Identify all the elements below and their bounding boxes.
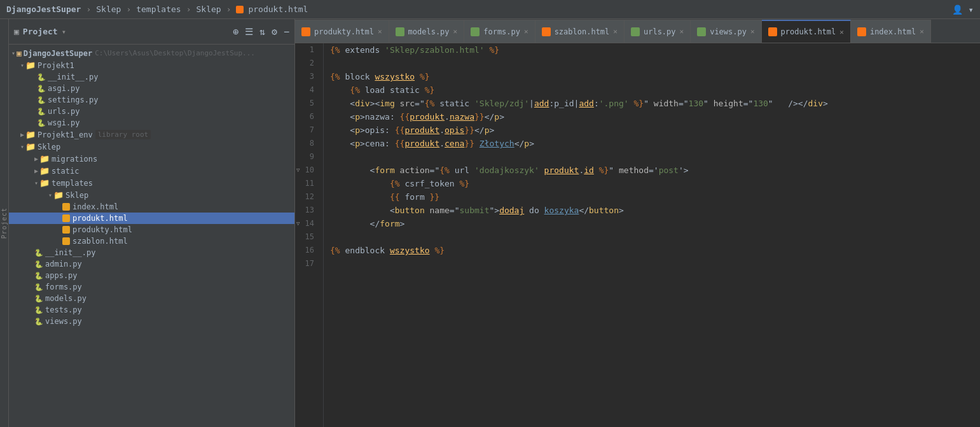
code-line-15 — [330, 230, 980, 244]
env-folder-icon: 📁 — [25, 130, 36, 139]
tree-static[interactable]: ▶ 📁 static — [9, 165, 294, 177]
tree-sklep-init[interactable]: 🐍 __init__.py — [9, 247, 294, 258]
fold-icon-14[interactable]: ▽ — [296, 217, 300, 230]
sklep-label: Sklep — [38, 143, 60, 151]
code-line-12: {{ form }} — [330, 190, 980, 204]
tab-urls-py[interactable]: urls.py ✕ — [625, 20, 691, 43]
tree-forms-py[interactable]: 🐍 forms.py — [9, 281, 294, 293]
py-icon-tests: 🐍 — [34, 306, 43, 314]
line-num-1: 1 — [295, 43, 318, 57]
file-icon — [236, 6, 244, 13]
tab-icon-szablon — [542, 27, 551, 36]
tab-close-models[interactable]: ✕ — [453, 27, 458, 36]
add-icon[interactable]: ⊕ — [233, 26, 238, 38]
close-icon[interactable]: − — [284, 26, 289, 38]
line-num-16: 16 — [295, 244, 318, 257]
tab-label-produkty: produkty.html — [314, 27, 374, 36]
code-content[interactable]: 1 2 3 4 5 6 7 8 9 ▽10 11 12 13 ▽14 15 16 — [295, 43, 980, 427]
asgi-label: asgi.py — [48, 84, 80, 93]
tree-admin-py[interactable]: 🐍 admin.py — [9, 258, 294, 270]
static-chevron: ▶ — [34, 167, 38, 174]
tree-produkty-html[interactable]: produkty.html — [9, 224, 294, 235]
line-num-4: 4 — [295, 83, 318, 97]
line-num-10: ▽10 — [295, 164, 318, 177]
tab-index-html[interactable]: index.html ✕ — [851, 20, 931, 43]
tree-settings-py[interactable]: 🐍 settings.py — [9, 94, 294, 106]
expand-icon[interactable]: ⇅ — [259, 26, 265, 38]
code-line-5: <div><img src="{% static 'Sklep/zdj'|add… — [330, 97, 980, 110]
tab-models-py[interactable]: models.py ✕ — [389, 20, 465, 43]
init-py-label: __init__.py — [48, 73, 98, 81]
collapse-icon[interactable]: ☰ — [245, 26, 253, 38]
tree-apps-py[interactable]: 🐍 apps.py — [9, 270, 294, 281]
tree-projekt1-env[interactable]: ▶ 📁 Projekt1_env library root — [9, 129, 294, 141]
forms-label: forms.py — [45, 283, 82, 291]
fold-icon-10[interactable]: ▽ — [296, 164, 300, 177]
settings-icon[interactable]: ⚙ — [272, 26, 277, 38]
tab-produkty-html[interactable]: produkty.html ✕ — [295, 20, 389, 43]
templates-label: templates — [52, 179, 93, 188]
tab-close-szablon[interactable]: ✕ — [613, 27, 618, 36]
tab-icon-produkt — [768, 27, 777, 36]
tree-views-py[interactable]: 🐍 views.py — [9, 316, 294, 327]
line-num-7: 7 — [295, 123, 318, 137]
root-path: C:\Users\Asus\Desktop\DjangoJestSup... — [95, 49, 255, 57]
tab-icon-index — [857, 27, 866, 36]
sidebar: ▣ Project ▾ ⊕ ☰ ⇅ ⚙ − ▾ ▣ DjangoJestSupe… — [9, 19, 295, 427]
tab-close-produkt[interactable]: ✕ — [839, 28, 844, 36]
py-icon: 🐍 — [37, 73, 46, 81]
sep2: › — [126, 4, 131, 14]
dropdown-icon[interactable]: ▾ — [62, 27, 66, 36]
tab-produkt-html[interactable]: produkt.html ✕ — [762, 20, 851, 43]
produkty-html-label: produkty.html — [72, 225, 132, 234]
tree-asgi-py[interactable]: 🐍 asgi.py — [9, 83, 294, 94]
tab-icon-models — [396, 27, 404, 36]
tree-sklep-inner[interactable]: ▾ 📁 Sklep — [9, 189, 294, 201]
projekt1-chevron: ▾ — [20, 62, 24, 69]
tree-init-py[interactable]: 🐍 __init__.py — [9, 71, 294, 83]
tab-close-forms[interactable]: ✕ — [524, 27, 528, 36]
sidebar-title: ▣ Project ▾ — [14, 27, 233, 36]
tab-label-index: index.html — [870, 27, 916, 36]
tests-label: tests.py — [45, 305, 82, 314]
code-line-3: {% block wszystko %} — [330, 70, 980, 83]
sklep-inner-label: Sklep — [66, 191, 88, 200]
user-icon[interactable]: 👤 ▾ — [952, 4, 974, 15]
tree-urls-py[interactable]: 🐍 urls.py — [9, 106, 294, 117]
produkt-html-label: produkt.html — [72, 214, 128, 223]
code-lines[interactable]: {% extends 'Sklep/szablon.html' %} {% bl… — [324, 43, 980, 427]
index-html-label: index.html — [72, 202, 118, 211]
code-line-7: <p>opis: {{produkt.opis}}</p> — [330, 123, 980, 137]
tab-views-py[interactable]: views.py ✕ — [691, 20, 761, 43]
tree-root[interactable]: ▾ ▣ DjangoJestSuper C:\Users\Asus\Deskto… — [9, 47, 294, 59]
tab-icon-produkty — [301, 27, 310, 36]
tab-label-szablon: szablon.html — [555, 27, 610, 36]
code-line-8: <p>cena: {{produkt.cena}} Złotych</p> — [330, 137, 980, 150]
tab-label-views: views.py — [710, 27, 747, 36]
tree-templates[interactable]: ▾ 📁 templates — [9, 177, 294, 189]
tree-tests-py[interactable]: 🐍 tests.py — [9, 304, 294, 316]
root-label: DjangoJestSuper — [24, 49, 92, 58]
tree-sklep[interactable]: ▾ 📁 Sklep — [9, 141, 294, 153]
tree-models-py[interactable]: 🐍 models.py — [9, 293, 294, 304]
py-icon-urls: 🐍 — [37, 108, 46, 116]
migrations-label: migrations — [52, 155, 97, 164]
tree-wsgi-py[interactable]: 🐍 wsgi.py — [9, 117, 294, 129]
tab-close-urls[interactable]: ✕ — [680, 27, 684, 36]
line-num-9: 9 — [295, 150, 318, 164]
tab-forms-py[interactable]: forms.py ✕ — [464, 20, 535, 43]
tree-szablon-html[interactable]: szablon.html — [9, 235, 294, 247]
tab-label-produkt: produkt.html — [781, 27, 836, 36]
code-line-4: {% load static %} — [330, 83, 980, 97]
tree-migrations[interactable]: ▶ 📁 migrations — [9, 153, 294, 165]
admin-label: admin.py — [45, 260, 82, 269]
tree-produkt-html[interactable]: produkt.html — [9, 213, 294, 224]
tab-szablon-html[interactable]: szablon.html ✕ — [535, 20, 625, 43]
line-num-15: 15 — [295, 230, 318, 244]
tab-close-produkty[interactable]: ✕ — [378, 27, 382, 36]
tab-close-index[interactable]: ✕ — [920, 27, 924, 36]
tree-projekt1[interactable]: ▾ 📁 Projekt1 — [9, 59, 294, 71]
tree-index-html[interactable]: index.html — [9, 201, 294, 213]
tab-close-views[interactable]: ✕ — [750, 27, 755, 36]
left-panel-tab[interactable]: Project — [0, 19, 9, 427]
